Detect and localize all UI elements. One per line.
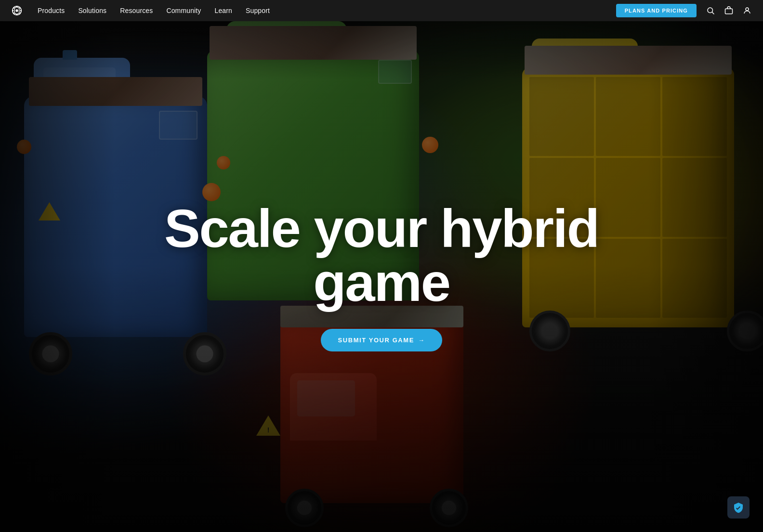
nav-links: Products Solutions Resources Community L… (38, 7, 270, 14)
nav-support[interactable]: Support (246, 7, 270, 14)
svg-rect-3 (16, 14, 17, 15)
cta-arrow-icon: → (418, 337, 425, 344)
navbar-left: Products Solutions Resources Community L… (12, 5, 270, 16)
nav-solutions[interactable]: Solutions (78, 7, 106, 14)
hero-title: Scale your hybrid game (92, 202, 671, 310)
plans-pricing-button[interactable]: PLANS AND PRICING (616, 4, 697, 17)
privacy-shield-badge[interactable] (727, 496, 750, 519)
nav-resources[interactable]: Resources (120, 7, 153, 14)
svg-line-11 (712, 12, 714, 14)
cart-icon[interactable] (724, 6, 733, 15)
submit-game-button[interactable]: SUBMIT YOUR GAME → (321, 329, 443, 351)
svg-rect-12 (725, 9, 733, 14)
svg-rect-5 (20, 10, 22, 11)
unity-logo[interactable] (12, 5, 22, 16)
user-icon[interactable] (743, 6, 751, 15)
search-icon[interactable] (706, 6, 715, 15)
svg-rect-4 (12, 10, 13, 11)
nav-learn[interactable]: Learn (214, 7, 232, 14)
svg-point-1 (15, 9, 18, 12)
svg-point-13 (746, 8, 749, 11)
nav-products[interactable]: Products (38, 7, 65, 14)
svg-rect-2 (16, 6, 17, 7)
navbar-right: PLANS AND PRICING (616, 4, 751, 17)
submit-game-label: SUBMIT YOUR GAME (338, 337, 414, 344)
nav-community[interactable]: Community (166, 7, 201, 14)
hero-content: Scale your hybrid game SUBMIT YOUR GAME … (92, 202, 671, 351)
svg-point-10 (708, 8, 713, 13)
hero-section: ➤➤ (0, 0, 763, 532)
navbar: Products Solutions Resources Community L… (0, 0, 763, 21)
